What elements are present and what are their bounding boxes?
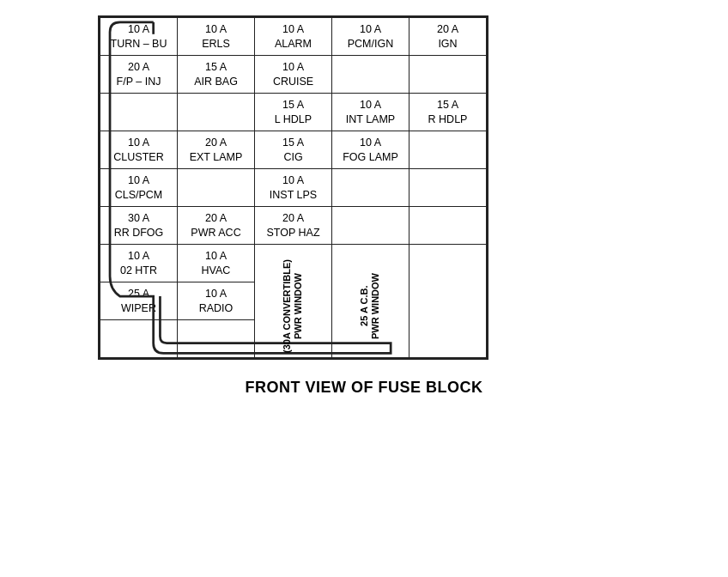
page-title: FRONT VIEW OF FUSE BLOCK — [246, 379, 483, 397]
rotated-text-convertible: (30A CONVERTIBLE)PWR WINDOW — [282, 259, 304, 353]
cell-cig: 15 ACIG — [255, 131, 332, 169]
cell-air-bag: 15 AAIR BAG — [178, 56, 255, 94]
cell-25a-cb-rotated: 25 A C.B.PWR WINDOW — [332, 245, 410, 358]
table-row: 30 ARR DFOG 20 APWR ACC 20 ASTOP HAZ — [100, 207, 487, 245]
cell-empty — [332, 207, 410, 245]
cell-pcm-ign: 10 APCM/IGN — [332, 18, 410, 56]
cell-pwr-window-rotated: (30A CONVERTIBLE)PWR WINDOW — [255, 245, 332, 358]
cell-pwr-acc: 20 APWR ACC — [178, 207, 255, 245]
cell-empty — [332, 169, 410, 207]
cell-fp-inj: 20 AF/P – INJ — [100, 56, 178, 94]
cell-ext-lamp: 20 AEXT LAMP — [178, 131, 255, 169]
table-row: 15 AL HDLP 10 AINT LAMP 15 AR HDLP — [100, 94, 487, 131]
cell-empty — [100, 94, 178, 131]
cell-radio: 10 ARADIO — [178, 282, 255, 320]
table-row: 10 ACLS/PCM 10 AINST LPS — [100, 169, 487, 207]
cell-inst-lps: 10 AINST LPS — [255, 169, 332, 207]
cell-empty-right1 — [410, 245, 487, 358]
table-row: 10 ACLUSTER 20 AEXT LAMP 15 ACIG 10 AFOG… — [100, 131, 487, 169]
table-row: 20 AF/P – INJ 15 AAIR BAG 10 ACRUISE — [100, 56, 487, 94]
cell-ign: 20 AIGN — [410, 18, 487, 56]
cell-empty — [410, 56, 487, 94]
fuse-block-outer: 10 ATURN – BU 10 AERLS 10 AALARM 10 APCM… — [98, 15, 488, 360]
rotated-text-25a-cb: 25 A C.B.PWR WINDOW — [359, 273, 381, 339]
cell-02-htr: 10 A02 HTR — [100, 245, 178, 282]
cell-empty — [410, 207, 487, 245]
cell-r-hdlp: 15 AR HDLP — [410, 94, 487, 131]
page-container: 10 ATURN – BU 10 AERLS 10 AALARM 10 APCM… — [0, 0, 728, 577]
cell-erls: 10 AERLS — [178, 18, 255, 56]
cell-hvac: 10 AHVAC — [178, 245, 255, 282]
cell-alarm: 10 AALARM — [255, 18, 332, 56]
cell-empty — [178, 169, 255, 207]
cell-rr-dfog: 30 ARR DFOG — [100, 207, 178, 245]
cell-empty-bm — [178, 320, 255, 358]
cell-cls-pcm: 10 ACLS/PCM — [100, 169, 178, 207]
cell-wiper: 25 AWIPER — [100, 282, 178, 320]
table-row: 10 A02 HTR 10 AHVAC (30A CONVERTIBLE)PWR… — [100, 245, 487, 282]
cell-turn-bu: 10 ATURN – BU — [100, 18, 178, 56]
cell-empty — [410, 131, 487, 169]
cell-empty-bl — [100, 320, 178, 358]
fuse-table-wrapper: 10 ATURN – BU 10 AERLS 10 AALARM 10 APCM… — [98, 15, 682, 363]
cell-empty — [410, 169, 487, 207]
cell-int-lamp: 10 AINT LAMP — [332, 94, 410, 131]
cell-l-hdlp: 15 AL HDLP — [255, 94, 332, 131]
fuse-table: 10 ATURN – BU 10 AERLS 10 AALARM 10 APCM… — [100, 17, 487, 358]
cell-empty — [178, 94, 255, 131]
cell-stop-haz: 20 ASTOP HAZ — [255, 207, 332, 245]
cell-empty — [332, 56, 410, 94]
cell-fog-lamp: 10 AFOG LAMP — [332, 131, 410, 169]
diagram-area: 10 ATURN – BU 10 AERLS 10 AALARM 10 APCM… — [29, 15, 699, 363]
table-row: 10 ATURN – BU 10 AERLS 10 AALARM 10 APCM… — [100, 18, 487, 56]
cell-cruise: 10 ACRUISE — [255, 56, 332, 94]
cell-cluster: 10 ACLUSTER — [100, 131, 178, 169]
